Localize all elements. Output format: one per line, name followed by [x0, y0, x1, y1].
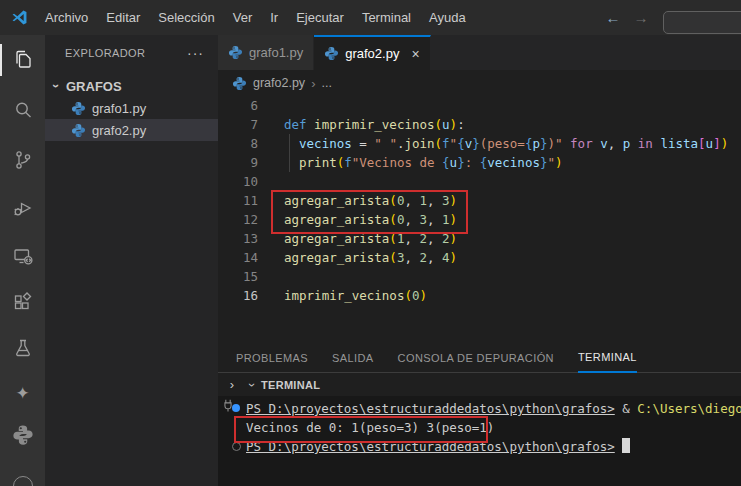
menu-selección[interactable]: Selección	[149, 0, 223, 35]
line-number: 10	[218, 172, 258, 191]
sparkle-icon[interactable]: ✦	[0, 378, 45, 408]
terminal-cursor	[622, 438, 630, 453]
python-file-icon	[324, 46, 339, 61]
nav-back-icon[interactable]: ←	[602, 7, 624, 29]
breadcrumb-separator-icon: ›	[311, 76, 315, 91]
code-line[interactable]: 9 print(f"Vecinos de {u}: {vecinos}")	[218, 153, 741, 172]
terminal-section-header: › › TERMINAL	[218, 373, 741, 396]
python-file-icon	[228, 45, 243, 60]
code-line[interactable]: 8 vecinos = " ".join(f"{v}(peso={p})" fo…	[218, 134, 741, 153]
chevron-down-icon: ›	[49, 80, 63, 92]
activity-bar: ✦	[0, 35, 45, 486]
folder-row-grafos[interactable]: › GRAFOS	[45, 75, 218, 97]
file-label: grafo1.py	[92, 101, 146, 116]
file-item-grafo2.py[interactable]: grafo2.py	[45, 119, 218, 141]
breadcrumb[interactable]: grafo2.py › ...	[218, 70, 741, 96]
editor-area: grafo1.py grafo2.py× grafo2.py › ... 67d…	[218, 35, 741, 486]
code-line[interactable]: 10	[218, 172, 741, 191]
python-file-icon	[232, 76, 247, 91]
file-label: grafo2.py	[92, 123, 146, 138]
python-file-icon	[71, 101, 86, 116]
source-control-icon[interactable]	[0, 145, 45, 175]
code-text: agregar_arista(1, 2, 2)	[284, 229, 457, 248]
terminal-section-label: TERMINAL	[261, 379, 320, 391]
extensions-icon[interactable]	[0, 288, 45, 318]
line-number: 11	[218, 191, 258, 210]
terminal-lines: PS D:\proyectos\estructuraddedatos\pytho…	[218, 396, 741, 456]
python-file-icon	[71, 123, 86, 138]
line-number: 8	[218, 134, 258, 153]
chevron-down-icon[interactable]: ›	[245, 379, 259, 391]
breadcrumb-more[interactable]: ...	[321, 76, 331, 90]
python-extension-icon[interactable]	[0, 420, 45, 450]
remote-explorer-icon[interactable]	[0, 241, 45, 271]
menu-editar[interactable]: Editar	[97, 0, 149, 35]
explorer-icon[interactable]	[0, 45, 45, 75]
line-number: 9	[218, 153, 258, 172]
bottom-panel: PROBLEMASSALIDACONSOLA DE DEPURACIÓNTERM…	[218, 345, 741, 486]
line-number: 7	[218, 115, 258, 134]
run-and-debug-icon[interactable]	[0, 193, 45, 223]
explorer-sidebar: EXPLORADOR ··· › GRAFOS grafo1.py grafo2…	[45, 35, 218, 486]
tab-label: grafo1.py	[249, 45, 303, 60]
panel-tab-salida[interactable]: SALIDA	[332, 345, 374, 372]
terminal-line: PS D:\proyectos\estructuraddedatos\pytho…	[218, 437, 741, 456]
tab-grafo1.py[interactable]: grafo1.py	[218, 35, 314, 70]
line-number: 14	[218, 248, 258, 267]
code-editor[interactable]: 67def imprimir_vecinos(u):8 vecinos = " …	[218, 96, 741, 345]
file-item-grafo1.py[interactable]: grafo1.py	[45, 97, 218, 119]
python-file-icon	[71, 101, 86, 116]
terminal-command-decoration-icon[interactable]	[230, 399, 242, 418]
line-number: 6	[218, 96, 258, 115]
code-text: agregar_arista(3, 2, 4)	[284, 248, 457, 267]
code-text: vecinos = " ".join(f"{v}(peso={p})" for …	[284, 134, 728, 153]
sidebar-header: EXPLORADOR ···	[45, 35, 218, 70]
menu-bar: ArchivoEditarSelecciónVerIrEjecutarTermi…	[36, 0, 475, 35]
titlebar: ArchivoEditarSelecciónVerIrEjecutarTermi…	[0, 0, 741, 35]
panel-tabbar: PROBLEMASSALIDACONSOLA DE DEPURACIÓNTERM…	[218, 345, 741, 373]
code-line[interactable]: 7def imprimir_vecinos(u):	[218, 115, 741, 134]
code-line[interactable]: 6	[218, 96, 741, 115]
close-icon[interactable]: ×	[411, 47, 419, 61]
vscode-logo-icon[interactable]	[11, 9, 28, 26]
code-line[interactable]: 12agregar_arista(0, 3, 1)	[218, 210, 741, 229]
terminal-line: Vecinos de 0: 1(peso=3) 3(peso=1)	[218, 418, 741, 437]
editor-tabbar: grafo1.py grafo2.py×	[218, 35, 741, 70]
menu-ir[interactable]: Ir	[261, 0, 287, 35]
terminal-content[interactable]: PS D:\proyectos\estructuraddedatos\pytho…	[218, 396, 741, 486]
nav-forward-icon[interactable]: →	[630, 7, 652, 29]
code-line[interactable]: 11agregar_arista(0, 1, 3)	[218, 191, 741, 210]
code-text: agregar_arista(0, 1, 3)	[284, 191, 457, 210]
panel-tab-consola-de-depuración[interactable]: CONSOLA DE DEPURACIÓN	[398, 345, 554, 372]
chevron-right-icon[interactable]: ›	[226, 377, 238, 392]
more-actions-icon[interactable]: ···	[187, 45, 204, 61]
testing-flask-icon[interactable]	[0, 333, 45, 363]
panel-tab-problemas[interactable]: PROBLEMAS	[236, 345, 308, 372]
python-file-icon	[71, 123, 86, 138]
vscode-window: ArchivoEditarSelecciónVerIrEjecutarTermi…	[0, 0, 741, 486]
code-text: def imprimir_vecinos(u):	[284, 115, 465, 134]
breadcrumb-file[interactable]: grafo2.py	[253, 76, 305, 90]
menu-archivo[interactable]: Archivo	[36, 0, 97, 35]
line-number: 16	[218, 286, 258, 305]
menu-ayuda[interactable]: Ayuda	[420, 0, 475, 35]
line-number: 13	[218, 229, 258, 248]
menu-terminal[interactable]: Terminal	[353, 0, 420, 35]
tab-label: grafo2.py	[345, 46, 399, 61]
code-line[interactable]: 13agregar_arista(1, 2, 2)	[218, 229, 741, 248]
search-icon[interactable]	[0, 95, 45, 125]
code-line[interactable]: 16imprimir_vecinos(0)	[218, 286, 741, 305]
code-line[interactable]: 15	[218, 267, 741, 286]
python-file-icon	[228, 45, 243, 60]
tab-grafo2.py[interactable]: grafo2.py×	[314, 35, 430, 70]
menu-ejecutar[interactable]: Ejecutar	[287, 0, 353, 35]
panel-tab-terminal[interactable]: TERMINAL	[578, 344, 637, 373]
terminal-command-decoration-icon[interactable]	[230, 437, 242, 456]
code-line[interactable]: 14agregar_arista(3, 2, 4)	[218, 248, 741, 267]
account-icon[interactable]	[13, 476, 33, 486]
breadcrumb-file-icon	[232, 76, 247, 91]
menu-ver[interactable]: Ver	[224, 0, 262, 35]
command-center-searchbox[interactable]	[663, 11, 741, 34]
file-list: grafo1.py grafo2.py	[45, 97, 218, 141]
line-number: 12	[218, 210, 258, 229]
